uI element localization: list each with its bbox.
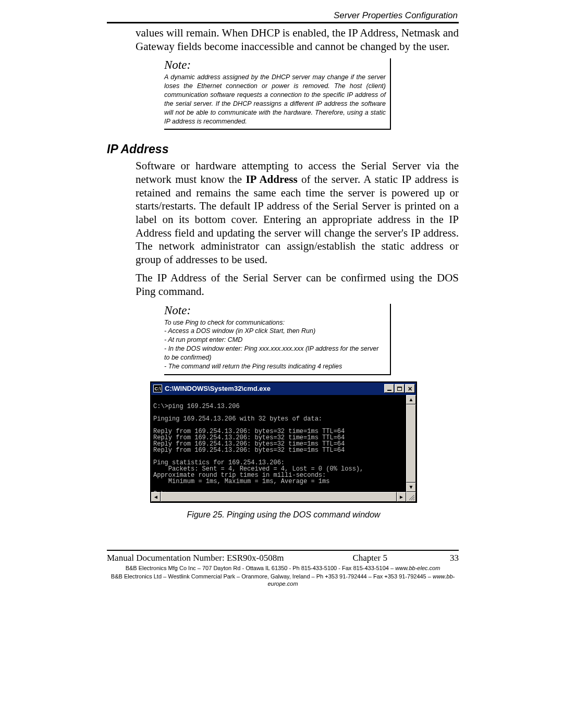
- footer-line2-link: www.bb-elec.com: [395, 565, 440, 571]
- cmd-titlebar[interactable]: C:\ C:\WINDOWS\System32\cmd.exe: [151, 382, 416, 395]
- note1-body: A dynamic address assigned by the DHCP s…: [164, 73, 386, 126]
- footer-left: Manual Documentation Number: ESR90x-0508…: [107, 553, 332, 563]
- figure-cmd-window: C:\ C:\WINDOWS\System32\cmd.exe C:\>ping…: [150, 381, 417, 503]
- note-box-1: Note: A dynamic address assigned by the …: [164, 58, 391, 130]
- para2-bold: IP Address: [246, 173, 297, 186]
- vscroll-thumb[interactable]: [406, 404, 416, 483]
- close-button[interactable]: [405, 384, 415, 393]
- footer-line-2: B&B Electronics Mfg Co Inc – 707 Dayton …: [107, 564, 459, 572]
- ip-address-paragraph-1: Software or hardware attempting to acces…: [136, 159, 459, 266]
- footer-center: Chapter 5: [352, 553, 387, 563]
- scroll-right-button[interactable]: ►: [397, 492, 406, 502]
- cmd-output: C:\>ping 169.254.13.206 Pinging 169.254.…: [151, 395, 406, 492]
- scroll-down-button[interactable]: ▼: [406, 483, 416, 492]
- scroll-up-button[interactable]: ▲: [406, 395, 416, 404]
- cmd-title: C:\WINDOWS\System32\cmd.exe: [165, 385, 384, 392]
- footer-line2-text: B&B Electronics Mfg Co Inc – 707 Dayton …: [126, 565, 396, 571]
- figure-caption: Figure 25. Pinging using the DOS command…: [150, 510, 417, 520]
- header-right: Server Properties Configuration: [334, 10, 458, 21]
- para2-post: of the server. A static IP address is re…: [136, 173, 459, 266]
- vscroll-track[interactable]: [406, 404, 416, 483]
- resize-grip[interactable]: [406, 492, 416, 502]
- header-rule: [107, 22, 459, 23]
- intro-paragraph: values will remain. When DHCP is enabled…: [136, 27, 459, 53]
- ip-address-paragraph-2: The IP Address of the Serial Server can …: [136, 272, 459, 298]
- vertical-scrollbar[interactable]: ▲ ▼: [406, 395, 416, 492]
- section-heading-ip-address: IP Address: [107, 142, 459, 156]
- cmd-window: C:\ C:\WINDOWS\System32\cmd.exe C:\>ping…: [150, 381, 417, 503]
- horizontal-scrollbar[interactable]: ◄ ►: [151, 492, 406, 502]
- note-box-2: Note: To use Ping to check for communica…: [164, 304, 391, 375]
- footer-row-1: Manual Documentation Number: ESR90x-0508…: [107, 553, 459, 563]
- note2-body: To use Ping to check for communications:…: [164, 318, 386, 371]
- cmd-icon: C:\: [153, 385, 162, 392]
- note2-title: Note:: [164, 304, 386, 317]
- hscroll-track[interactable]: [161, 492, 397, 502]
- scroll-left-button[interactable]: ◄: [151, 492, 161, 502]
- footer-line-3: B&B Electronics Ltd – Westlink Commercia…: [107, 573, 459, 588]
- footer-line3-text: B&B Electronics Ltd – Westlink Commercia…: [111, 573, 433, 579]
- footer-rule: [107, 550, 459, 551]
- minimize-button[interactable]: [384, 384, 394, 393]
- maximize-button[interactable]: [395, 384, 405, 393]
- hscroll-thumb[interactable]: [161, 492, 397, 502]
- footer-page-number: 33: [450, 553, 459, 563]
- note1-title: Note:: [164, 58, 386, 72]
